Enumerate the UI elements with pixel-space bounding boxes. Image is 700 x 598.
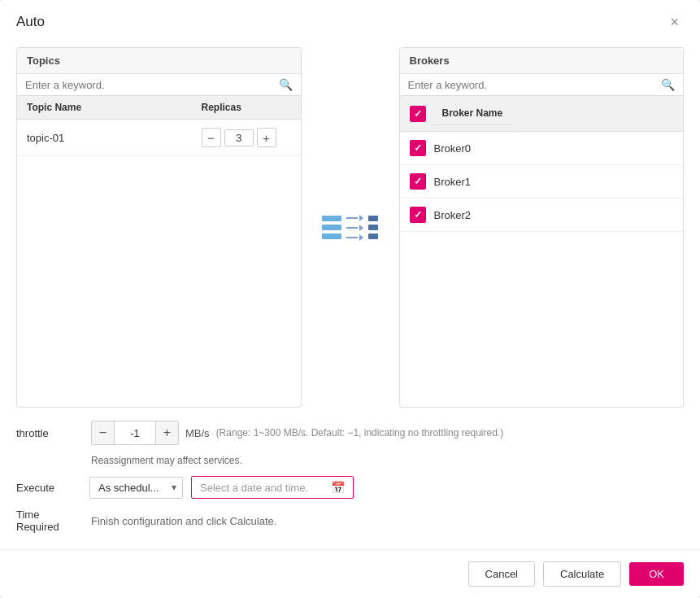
broker-0-checkmark: ✓ [414, 142, 422, 154]
arrow-head-3 [359, 234, 363, 241]
broker-name-column-header: Broker Name [433, 102, 513, 125]
broker-row-1: ✓ Broker1 [400, 165, 684, 199]
cancel-button[interactable]: Cancel [468, 561, 535, 587]
icon-bars-left [322, 216, 341, 239]
dialog-header: Auto × [0, 0, 700, 39]
throttle-value-input[interactable] [115, 424, 155, 443]
dialog-footer: Cancel Calculate OK [0, 549, 700, 598]
broker-2-checkmark: ✓ [414, 209, 422, 220]
brokers-search-input[interactable] [408, 79, 662, 91]
arrow-line-3 [346, 237, 358, 238]
icon-bar-right-3 [368, 234, 378, 239]
broker-row-2: ✓ Broker2 [400, 199, 684, 232]
datetime-placeholder: Select a date and time. [200, 482, 308, 494]
select-all-checkbox[interactable]: ✓ [410, 106, 426, 122]
replicas-column-header: Replicas [202, 102, 291, 113]
time-required-value: Finish configuration and click Calculate… [91, 515, 276, 527]
throttle-hint: (Range: 1~300 MB/s. Default: −1, indicat… [216, 427, 504, 439]
topic-name-column-header: Topic Name [27, 102, 202, 113]
dialog-title: Auto [16, 14, 45, 30]
brokers-panel-title: Brokers [400, 48, 684, 74]
throttle-unit: MB/s [185, 427, 210, 439]
icon-arrow-1 [346, 215, 363, 221]
topics-table-header: Topic Name Replicas [17, 96, 301, 120]
main-content: Topics 🔍 Topic Name Replicas topic-01 − … [0, 39, 700, 408]
broker-0-name: Broker0 [434, 142, 472, 155]
throttle-controls: − + MB/s (Range: 1~300 MB/s. Default: −1… [91, 421, 503, 445]
execute-schedule-wrapper: As schedul... Immediately [89, 477, 183, 499]
topics-panel-title: Topics [17, 48, 301, 74]
reassign-icon [322, 215, 378, 241]
calculate-button[interactable]: Calculate [543, 561, 621, 587]
arrow-head-1 [359, 215, 363, 221]
throttle-label: throttle [16, 427, 81, 439]
icon-arrow-3 [346, 234, 363, 241]
bottom-section: throttle − + MB/s (Range: 1~300 MB/s. De… [0, 408, 700, 549]
brokers-search-icon: 🔍 [661, 78, 675, 91]
icon-bar-1 [322, 216, 341, 221]
auto-dialog: Auto × Topics 🔍 Topic Name Replicas topi… [0, 0, 700, 598]
calendar-icon: 📅 [331, 481, 345, 494]
icon-arrow-2 [346, 225, 363, 231]
arrow-line-2 [346, 227, 358, 229]
brokers-table-header: ✓ Broker Name [400, 96, 684, 132]
ok-button[interactable]: OK [629, 562, 684, 586]
topics-search-icon: 🔍 [279, 78, 293, 91]
execute-row: Execute As schedul... Immediately Select… [16, 476, 684, 499]
select-all-checkmark: ✓ [414, 108, 422, 120]
time-required-label: Time Required [16, 509, 81, 533]
broker-1-checkmark: ✓ [414, 176, 422, 187]
throttle-input-group: − + [91, 421, 179, 445]
broker-2-checkbox[interactable]: ✓ [410, 207, 426, 223]
datetime-input[interactable]: Select a date and time. 📅 [191, 476, 354, 499]
icon-bars-right [368, 216, 378, 239]
broker-row-0: ✓ Broker0 [400, 132, 684, 165]
execute-label: Execute [16, 482, 81, 494]
topics-panel: Topics 🔍 Topic Name Replicas topic-01 − … [16, 47, 302, 408]
arrow-line-1 [346, 217, 358, 219]
execute-schedule-select[interactable]: As schedul... Immediately [89, 477, 183, 499]
icon-arrows [346, 215, 363, 241]
reassign-center-area [318, 47, 383, 408]
replicas-plus-button[interactable]: + [257, 128, 276, 147]
icon-bar-2 [322, 225, 341, 230]
broker-0-checkbox[interactable]: ✓ [410, 140, 426, 156]
close-button[interactable]: × [665, 13, 684, 31]
throttle-plus-button[interactable]: + [155, 421, 178, 444]
topics-search-box: 🔍 [17, 74, 301, 96]
time-required-row: Time Required Finish configuration and c… [16, 509, 684, 533]
topic-name-cell: topic-01 [27, 132, 202, 144]
throttle-minus-button[interactable]: − [92, 421, 115, 444]
throttle-warning: Reassignment may affect services. [91, 455, 684, 466]
icon-bar-right-2 [368, 225, 378, 230]
icon-bar-3 [322, 234, 341, 239]
broker-2-name: Broker2 [434, 209, 472, 221]
replicas-minus-button[interactable]: − [202, 128, 221, 147]
brokers-search-box: 🔍 [400, 74, 684, 96]
broker-1-checkbox[interactable]: ✓ [410, 173, 426, 190]
topics-search-input[interactable] [25, 79, 279, 91]
replicas-stepper: − + [202, 128, 291, 147]
icon-bar-right-1 [368, 216, 378, 221]
brokers-panel: Brokers 🔍 ✓ Broker Name ✓ Broker0 ✓ [399, 47, 685, 408]
throttle-row: throttle − + MB/s (Range: 1~300 MB/s. De… [16, 421, 684, 445]
broker-1-name: Broker1 [434, 176, 472, 188]
replicas-value-input[interactable] [224, 129, 254, 146]
table-row: topic-01 − + [17, 120, 301, 156]
arrow-head-2 [359, 225, 363, 231]
